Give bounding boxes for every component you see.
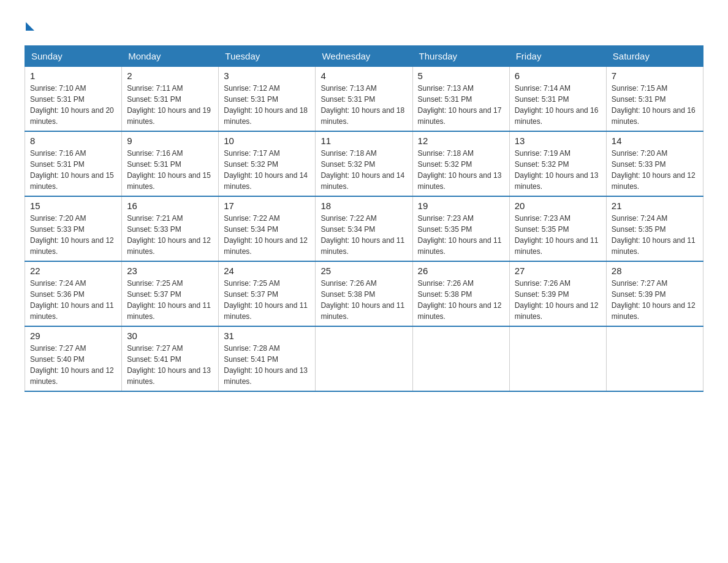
logo-wrapper (25, 18, 34, 31)
day-info: Sunrise: 7:22 AMSunset: 5:34 PMDaylight:… (224, 213, 310, 257)
column-header-monday: Monday (122, 46, 219, 67)
day-number: 15 (30, 201, 116, 211)
day-number: 6 (515, 71, 601, 81)
column-header-saturday: Saturday (606, 46, 703, 67)
day-info: Sunrise: 7:24 AMSunset: 5:36 PMDaylight:… (30, 278, 116, 322)
calendar-cell: 27Sunrise: 7:26 AMSunset: 5:39 PMDayligh… (509, 261, 606, 326)
day-number: 18 (320, 201, 407, 211)
calendar-cell: 15Sunrise: 7:20 AMSunset: 5:33 PMDayligh… (25, 196, 122, 261)
calendar-cell: 13Sunrise: 7:19 AMSunset: 5:32 PMDayligh… (509, 131, 606, 196)
day-info: Sunrise: 7:10 AMSunset: 5:31 PMDaylight:… (30, 83, 116, 127)
day-info: Sunrise: 7:18 AMSunset: 5:32 PMDaylight:… (320, 148, 407, 192)
day-info: Sunrise: 7:26 AMSunset: 5:38 PMDaylight:… (418, 278, 504, 322)
calendar-cell: 9Sunrise: 7:16 AMSunset: 5:31 PMDaylight… (122, 131, 219, 196)
calendar-week-row: 1Sunrise: 7:10 AMSunset: 5:31 PMDaylight… (25, 67, 703, 132)
day-number: 11 (320, 136, 407, 146)
calendar-cell: 8Sunrise: 7:16 AMSunset: 5:31 PMDaylight… (25, 131, 122, 196)
day-info: Sunrise: 7:23 AMSunset: 5:35 PMDaylight:… (418, 213, 504, 257)
day-number: 26 (418, 266, 504, 276)
calendar-table: SundayMondayTuesdayWednesdayThursdayFrid… (25, 45, 703, 392)
column-header-tuesday: Tuesday (219, 46, 316, 67)
logo (25, 18, 34, 31)
calendar-cell: 12Sunrise: 7:18 AMSunset: 5:32 PMDayligh… (412, 131, 509, 196)
day-info: Sunrise: 7:20 AMSunset: 5:33 PMDaylight:… (612, 148, 698, 192)
calendar-cell: 4Sunrise: 7:13 AMSunset: 5:31 PMDaylight… (316, 67, 412, 132)
day-number: 23 (127, 266, 213, 276)
calendar-cell (412, 326, 509, 391)
day-number: 30 (127, 331, 213, 341)
day-number: 29 (30, 331, 116, 341)
day-info: Sunrise: 7:26 AMSunset: 5:39 PMDaylight:… (515, 278, 601, 322)
calendar-cell: 7Sunrise: 7:15 AMSunset: 5:31 PMDaylight… (606, 67, 703, 132)
calendar-cell: 17Sunrise: 7:22 AMSunset: 5:34 PMDayligh… (219, 196, 316, 261)
day-info: Sunrise: 7:27 AMSunset: 5:41 PMDaylight:… (127, 343, 213, 387)
calendar-cell: 20Sunrise: 7:23 AMSunset: 5:35 PMDayligh… (509, 196, 606, 261)
day-number: 8 (30, 136, 116, 146)
calendar-week-row: 29Sunrise: 7:27 AMSunset: 5:40 PMDayligh… (25, 326, 703, 391)
day-number: 13 (515, 136, 601, 146)
day-info: Sunrise: 7:20 AMSunset: 5:33 PMDaylight:… (30, 213, 116, 257)
day-number: 25 (320, 266, 407, 276)
calendar-cell: 11Sunrise: 7:18 AMSunset: 5:32 PMDayligh… (316, 131, 412, 196)
calendar-cell: 28Sunrise: 7:27 AMSunset: 5:39 PMDayligh… (606, 261, 703, 326)
calendar-cell: 14Sunrise: 7:20 AMSunset: 5:33 PMDayligh… (606, 131, 703, 196)
logo-triangle-icon (26, 22, 34, 31)
day-number: 28 (612, 266, 698, 276)
day-number: 19 (418, 201, 504, 211)
calendar-cell (316, 326, 412, 391)
day-info: Sunrise: 7:15 AMSunset: 5:31 PMDaylight:… (612, 83, 698, 127)
day-number: 3 (224, 71, 310, 81)
column-header-friday: Friday (509, 46, 606, 67)
calendar-cell: 3Sunrise: 7:12 AMSunset: 5:31 PMDaylight… (219, 67, 316, 132)
day-number: 22 (30, 266, 116, 276)
calendar-cell: 26Sunrise: 7:26 AMSunset: 5:38 PMDayligh… (412, 261, 509, 326)
day-info: Sunrise: 7:28 AMSunset: 5:41 PMDaylight:… (224, 343, 310, 387)
calendar-cell: 16Sunrise: 7:21 AMSunset: 5:33 PMDayligh… (122, 196, 219, 261)
calendar-cell: 1Sunrise: 7:10 AMSunset: 5:31 PMDaylight… (25, 67, 122, 132)
logo-row1 (25, 18, 34, 31)
day-number: 2 (127, 71, 213, 81)
calendar-cell: 21Sunrise: 7:24 AMSunset: 5:35 PMDayligh… (606, 196, 703, 261)
page-header (25, 18, 703, 31)
day-info: Sunrise: 7:22 AMSunset: 5:34 PMDaylight:… (320, 213, 407, 257)
column-header-thursday: Thursday (412, 46, 509, 67)
day-info: Sunrise: 7:25 AMSunset: 5:37 PMDaylight:… (224, 278, 310, 322)
day-number: 24 (224, 266, 310, 276)
calendar-cell (606, 326, 703, 391)
day-number: 31 (224, 331, 310, 341)
day-info: Sunrise: 7:18 AMSunset: 5:32 PMDaylight:… (418, 148, 504, 192)
calendar-cell: 18Sunrise: 7:22 AMSunset: 5:34 PMDayligh… (316, 196, 412, 261)
day-info: Sunrise: 7:13 AMSunset: 5:31 PMDaylight:… (418, 83, 504, 127)
day-info: Sunrise: 7:16 AMSunset: 5:31 PMDaylight:… (30, 148, 116, 192)
day-info: Sunrise: 7:14 AMSunset: 5:31 PMDaylight:… (515, 83, 601, 127)
day-info: Sunrise: 7:13 AMSunset: 5:31 PMDaylight:… (320, 83, 407, 127)
calendar-cell: 30Sunrise: 7:27 AMSunset: 5:41 PMDayligh… (122, 326, 219, 391)
calendar-cell: 29Sunrise: 7:27 AMSunset: 5:40 PMDayligh… (25, 326, 122, 391)
calendar-cell: 24Sunrise: 7:25 AMSunset: 5:37 PMDayligh… (219, 261, 316, 326)
calendar-cell: 23Sunrise: 7:25 AMSunset: 5:37 PMDayligh… (122, 261, 219, 326)
calendar-cell: 31Sunrise: 7:28 AMSunset: 5:41 PMDayligh… (219, 326, 316, 391)
calendar-cell: 2Sunrise: 7:11 AMSunset: 5:31 PMDaylight… (122, 67, 219, 132)
calendar-week-row: 15Sunrise: 7:20 AMSunset: 5:33 PMDayligh… (25, 196, 703, 261)
day-info: Sunrise: 7:27 AMSunset: 5:40 PMDaylight:… (30, 343, 116, 387)
day-number: 12 (418, 136, 504, 146)
day-number: 4 (320, 71, 407, 81)
column-header-wednesday: Wednesday (316, 46, 412, 67)
day-number: 27 (515, 266, 601, 276)
calendar-header-row: SundayMondayTuesdayWednesdayThursdayFrid… (25, 46, 703, 67)
day-info: Sunrise: 7:17 AMSunset: 5:32 PMDaylight:… (224, 148, 310, 192)
calendar-cell: 6Sunrise: 7:14 AMSunset: 5:31 PMDaylight… (509, 67, 606, 132)
day-info: Sunrise: 7:12 AMSunset: 5:31 PMDaylight:… (224, 83, 310, 127)
day-number: 10 (224, 136, 310, 146)
day-info: Sunrise: 7:26 AMSunset: 5:38 PMDaylight:… (320, 278, 407, 322)
day-number: 21 (612, 201, 698, 211)
day-info: Sunrise: 7:19 AMSunset: 5:32 PMDaylight:… (515, 148, 601, 192)
day-number: 16 (127, 201, 213, 211)
day-info: Sunrise: 7:27 AMSunset: 5:39 PMDaylight:… (612, 278, 698, 322)
calendar-cell (509, 326, 606, 391)
day-info: Sunrise: 7:16 AMSunset: 5:31 PMDaylight:… (127, 148, 213, 192)
calendar-week-row: 22Sunrise: 7:24 AMSunset: 5:36 PMDayligh… (25, 261, 703, 326)
day-number: 7 (612, 71, 698, 81)
day-number: 9 (127, 136, 213, 146)
column-header-sunday: Sunday (25, 46, 122, 67)
